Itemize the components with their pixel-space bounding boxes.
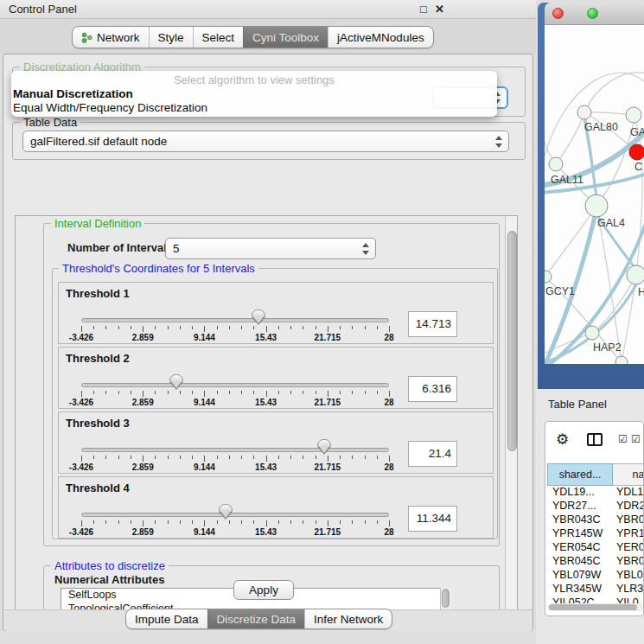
combo-stepper-icon <box>495 136 502 148</box>
control-panel-titlebar: Control Panel □ ✕ <box>0 0 536 19</box>
table-row[interactable]: YPR145WYPR1 <box>547 527 644 541</box>
table-row[interactable]: YDL19...YDL1 <box>547 486 644 500</box>
top-tabs: Network Style Select Cyni Toolbox jActiv… <box>72 26 434 48</box>
table-panel-box: ⚙ ☑ ☑ shared... na YDL19...YDL1YDR27...Y… <box>545 421 644 616</box>
network-node[interactable] <box>627 265 644 284</box>
network-edge[interactable] <box>584 73 644 112</box>
column-header-shared[interactable]: shared... <box>547 463 613 486</box>
network-node[interactable] <box>615 356 628 364</box>
table-data-value: galFiltered.sif default node <box>30 135 167 148</box>
cyni-content-panel: Discretization Algorithm Table Data galF… <box>3 54 533 631</box>
apply-button[interactable]: Apply <box>233 580 294 600</box>
network-node[interactable] <box>585 326 599 340</box>
table-rows[interactable]: YDL19...YDL1YDR27...YDR2YBR043CYBR0YPR14… <box>547 486 644 603</box>
table-row[interactable]: YBL079WYBL0 <box>547 569 644 583</box>
tab-infer-network[interactable]: Infer Network <box>304 609 392 628</box>
network-node-label: C <box>634 161 642 173</box>
threshold-label: Threshold 2 <box>66 352 130 365</box>
top-tab-strip: Network Style Select Cyni Toolbox jActiv… <box>0 19 536 54</box>
panel-title: Control Panel <box>9 3 77 16</box>
table-hscrollbar[interactable] <box>547 603 643 611</box>
tab-style[interactable]: Style <box>149 27 193 48</box>
algorithm-popup: Select algorithm to view settings Manual… <box>11 71 497 117</box>
settings-scrollpane: Interval Definition Number of Intervals … <box>15 215 518 630</box>
slider-thumb[interactable] <box>169 374 183 383</box>
attributes-group-label: Attributes to discretize <box>51 559 169 572</box>
network-edge[interactable] <box>556 112 584 164</box>
checkbox-icon[interactable]: ☑ <box>618 433 628 445</box>
close-traffic-light[interactable] <box>552 8 564 19</box>
network-node[interactable] <box>549 157 563 171</box>
algorithm-prompt: Select algorithm to view settings <box>11 73 497 86</box>
table-row[interactable]: YLR345WYLR3 <box>547 583 644 596</box>
network-edge[interactable] <box>545 112 556 164</box>
slider-track[interactable] <box>81 318 389 322</box>
threshold-label: Threshold 4 <box>66 481 130 494</box>
threshold-row: Threshold 4 -3.4262.8599.14415.4321.7152… <box>58 476 494 539</box>
network-node[interactable] <box>577 105 591 119</box>
table-data-label: Table Data <box>20 116 80 129</box>
num-intervals-combo[interactable]: 5 <box>165 238 376 259</box>
checkbox-icon[interactable]: ☑ <box>631 433 641 445</box>
slider-track[interactable] <box>81 448 389 452</box>
network-node-label: GAL11 <box>551 174 583 186</box>
network-window-titlebar[interactable] <box>545 3 644 25</box>
network-node-label: H <box>638 286 644 298</box>
minimize-traffic-light[interactable] <box>570 8 581 19</box>
network-node-label: GAL4 <box>597 217 625 229</box>
network-node[interactable] <box>626 107 641 123</box>
network-node[interactable] <box>629 144 644 160</box>
threshold-value-box[interactable]: 21.4 <box>408 441 457 467</box>
tab-select[interactable]: Select <box>193 27 244 48</box>
slider-track[interactable] <box>81 383 389 387</box>
threshold-row: Threshold 1 -3.4262.8599.14415.4321.7152… <box>58 282 494 344</box>
network-view-window: GAL80GACGAL11GAL4GCY1HHAP2 <box>538 3 644 389</box>
table-row[interactable]: YBR045CYBR0 <box>547 555 644 569</box>
tab-network-label: Network <box>97 31 140 44</box>
threshold-value-box[interactable]: 11.344 <box>408 506 457 532</box>
threshold-label: Threshold 3 <box>66 417 130 430</box>
tab-jactivemnodules[interactable]: jActiveMNodules <box>328 27 433 48</box>
threshold-row: Threshold 2 -3.4262.8599.14415.4321.7152… <box>58 347 494 409</box>
network-edge[interactable] <box>592 275 636 333</box>
threshold-value-box[interactable]: 14.713 <box>408 311 457 337</box>
panel-scrollbar[interactable] <box>505 216 518 630</box>
network-node[interactable] <box>585 194 608 217</box>
tab-impute-data[interactable]: Impute Data <box>126 609 207 628</box>
num-intervals-label: Number of Intervals <box>67 241 173 254</box>
slider-thumb[interactable] <box>252 309 265 318</box>
network-node[interactable] <box>545 271 552 283</box>
network-canvas[interactable]: GAL80GACGAL11GAL4GCY1HHAP2 <box>545 25 644 364</box>
network-node-label: GA <box>630 126 644 138</box>
threshold-value-box[interactable]: 6.316 <box>408 376 457 402</box>
table-row[interactable]: YBR043CYBR0 <box>547 513 644 527</box>
table-panel-title: Table Panel <box>548 398 607 411</box>
float-window-icon[interactable]: □ <box>420 3 427 16</box>
slider-track[interactable] <box>81 513 389 517</box>
network-icon <box>81 32 92 43</box>
tab-discretize-data[interactable]: Discretize Data <box>207 609 305 628</box>
panel-scrollbar-thumb[interactable] <box>507 231 517 451</box>
column-header-name[interactable]: na <box>613 463 644 486</box>
gear-icon[interactable]: ⚙ <box>556 430 569 449</box>
popup-item-equal-width[interactable]: Equal Width/Frequency Discretization <box>13 101 207 114</box>
slider-thumb[interactable] <box>219 504 233 513</box>
close-icon[interactable]: ✕ <box>435 3 444 16</box>
slider-thumb[interactable] <box>317 439 331 448</box>
tab-cyni-toolbox[interactable]: Cyni Toolbox <box>243 27 328 48</box>
tab-network[interactable]: Network <box>73 27 149 48</box>
table-row[interactable]: YIL052CYIL0 <box>547 596 644 603</box>
table-row[interactable]: YER054CYER0 <box>547 541 644 555</box>
network-node-label: GCY1 <box>545 285 575 297</box>
thresholds-group-label: Threshold's Coordinates for 5 Intervals <box>59 262 258 275</box>
table-row[interactable]: YDR27...YDR2 <box>547 500 644 513</box>
zoom-traffic-light[interactable] <box>587 8 598 19</box>
combo-stepper-icon <box>362 243 369 255</box>
threshold-rows-container: Threshold 1 -3.4262.8599.14415.4321.7152… <box>58 282 495 539</box>
popup-item-manual[interactable]: Manual Discretization <box>13 87 133 100</box>
table-panel: Table Panel ⚙ ☑ ☑ shared... na YDL19...Y… <box>536 389 644 644</box>
split-column-icon[interactable] <box>587 433 603 446</box>
num-intervals-value: 5 <box>173 242 180 255</box>
bottom-tabs: Impute Data Discretize Data Infer Networ… <box>125 609 392 629</box>
table-data-combo[interactable]: galFiltered.sif default node <box>22 131 509 152</box>
